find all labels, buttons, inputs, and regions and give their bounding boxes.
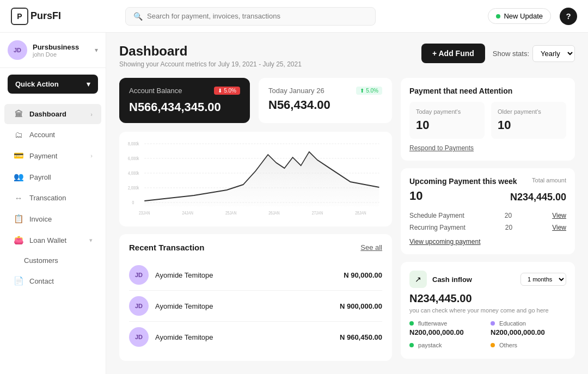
upcoming-count: 10 (409, 189, 422, 203)
svg-text:25JAN: 25JAN (225, 210, 237, 216)
inflow-item-flutterwave: flutterwave N200,000,000.00 (409, 320, 485, 336)
tx-amount: N 960,450.00 (340, 333, 382, 341)
quick-action-button[interactable]: Quick Action ▾ (8, 75, 98, 94)
table-row: JD Ayomide Temitope N 90,000.00 (129, 260, 382, 291)
sidebar-item-invoice[interactable]: 📋 Invoice (4, 209, 101, 229)
right-panel: Payment that need Attention Today paymen… (401, 78, 575, 361)
search-icon: 🔍 (133, 12, 143, 21)
page-title: Dashboard (119, 44, 302, 59)
attention-title: Payment that need Attention (409, 87, 566, 95)
search-bar[interactable]: 🔍 (125, 7, 376, 26)
balance-card-header: Account Balance ⬇ 5.0% (129, 87, 240, 95)
loan-wallet-icon: 👛 (13, 235, 24, 245)
view-schedule-link[interactable]: View (552, 212, 566, 219)
inflow-grid: flutterwave N200,000,000.00 Education N2… (409, 320, 566, 350)
attention-row: Today payment's 10 Older payment's 10 (409, 102, 566, 139)
inflow-item-label: flutterwave (409, 320, 485, 327)
payment-icon: 💳 (13, 151, 24, 161)
sidebar-item-dashboard[interactable]: 🏛 Dashboard › (4, 104, 101, 124)
svg-text:6,000k: 6,000k (128, 156, 139, 161)
inflow-item-education: Education N200,000,000.00 (491, 320, 566, 336)
table-row: JD Ayomide Temitope N 960,450.00 (129, 322, 382, 352)
tx-amount: N 90,000.00 (344, 271, 382, 279)
invoice-icon: 📋 (13, 214, 24, 224)
status-dot (409, 343, 414, 347)
today-card: Today January 26 ⬆ 5.0% N56,434.00 (259, 78, 392, 123)
sidebar-item-loan-wallet[interactable]: 👛 Loan Wallet ▾ (4, 230, 101, 250)
main-layout: JD Pursbusiness john Doe ▾ Quick Action … (0, 33, 588, 374)
today-payments-label: Today payment's (416, 108, 478, 115)
inflow-item-label: paystack (409, 342, 485, 348)
sidebar-item-label: Payroll (29, 173, 93, 181)
recent-tx-header: Recent Transaction See all (129, 243, 382, 252)
new-update-button[interactable]: New Update (488, 8, 551, 24)
balance-badge: ⬇ 5.0% (214, 87, 240, 95)
sidebar-item-payment[interactable]: 💳 Payment › (4, 145, 101, 166)
see-all-link[interactable]: See all (360, 243, 382, 252)
inflow-item-label: Education (491, 320, 566, 327)
sidebar-item-contact[interactable]: 📄 Contact (4, 271, 101, 291)
balance-amount: N566,434,345.00 (129, 100, 240, 114)
transaction-icon: ↔ (13, 193, 24, 203)
svg-text:0: 0 (132, 200, 134, 205)
topnav: P PursFI 🔍 New Update ? (0, 0, 588, 33)
left-col: Account Balance ⬇ 5.0% N566,434,345.00 T… (119, 78, 392, 361)
respond-to-payments-link[interactable]: Respond to Payments (409, 144, 566, 152)
header-actions: + Add Fund Show stats: Yearly (421, 44, 575, 63)
user-info: Pursbusiness john Doe (33, 43, 89, 58)
avatar: JD (129, 327, 149, 347)
sidebar-item-label: Contact (29, 277, 93, 285)
view-recurring-link[interactable]: View (552, 224, 566, 231)
status-dot (409, 321, 414, 326)
sidebar-item-label: Dashboard (29, 110, 85, 118)
schedule-payment-row: Schedule Payment 20 View (409, 210, 566, 222)
sidebar-nav: 🏛 Dashboard › 🗂 Account 💳 Payment › 👥 Pa… (0, 100, 106, 369)
today-badge: ⬆ 5.0% (356, 87, 382, 95)
avatar: JD (129, 265, 149, 285)
month-select[interactable]: 1 months (520, 273, 566, 286)
inflow-item-value: N200,000,000.00 (409, 328, 485, 336)
inflow-header: ↗ Cash inflow 1 months (409, 271, 566, 288)
inflow-desc: you can check where your money come and … (409, 307, 566, 314)
sidebar-item-customers[interactable]: Customers (4, 251, 101, 270)
page-title-block: Dashboard Showing your Account metrics f… (119, 44, 302, 68)
content: Dashboard Showing your Account metrics f… (106, 33, 588, 374)
schedule-value: 20 (505, 212, 512, 219)
cards-row: Account Balance ⬇ 5.0% N566,434,345.00 T… (119, 78, 392, 123)
recurring-label: Recurring Payment (409, 224, 465, 231)
dashboard-icon: 🏛 (13, 109, 24, 119)
chevron-right-icon: › (90, 152, 93, 159)
main-cols: Account Balance ⬇ 5.0% N566,434,345.00 T… (119, 78, 575, 361)
upcoming-header: Upcoming Payment this week Total amount (409, 177, 566, 186)
cash-inflow-icon: ↗ (409, 271, 427, 288)
sidebar-item-transaction[interactable]: ↔ Transcation (4, 188, 101, 208)
chart-container: 8,000k 6,000k 4,000k 2,000k 0 23JAN 24JA… (119, 132, 392, 226)
today-amount: N56,434.00 (268, 98, 382, 112)
upcoming-total-amount: N234,445.00 (510, 192, 566, 203)
tx-amount: N 900,000.00 (340, 302, 382, 310)
view-upcoming-link[interactable]: View upcoming payment (409, 238, 566, 246)
inflow-item-paystack: paystack (409, 342, 485, 350)
svg-text:28JAN: 28JAN (355, 210, 366, 216)
add-fund-button[interactable]: + Add Fund (421, 44, 485, 63)
recent-transactions: Recent Transaction See all JD Ayomide Te… (119, 234, 392, 361)
help-button[interactable]: ? (560, 8, 577, 25)
user-section[interactable]: JD Pursbusiness john Doe ▾ (0, 33, 106, 68)
sidebar-item-payroll[interactable]: 👥 Payroll (4, 167, 101, 187)
sidebar-item-label: Transcation (29, 194, 93, 202)
older-payments-value: 10 (498, 118, 560, 132)
tx-name: Ayomide Temitope (155, 271, 337, 279)
payroll-icon: 👥 (13, 172, 24, 182)
sidebar-item-label: Loan Wallet (29, 236, 84, 244)
total-amount-label: Total amount (532, 177, 566, 183)
chevron-down-icon: ▾ (95, 46, 98, 54)
search-input[interactable] (147, 12, 367, 20)
sidebar-item-account[interactable]: 🗂 Account (4, 125, 101, 145)
inflow-item-others: Others (491, 342, 566, 350)
content-header: Dashboard Showing your Account metrics f… (119, 44, 575, 68)
svg-text:27JAN: 27JAN (312, 210, 323, 216)
stats-period-select[interactable]: Yearly (532, 45, 575, 62)
table-row: JD Ayomide Temitope N 900,000.00 (129, 291, 382, 322)
sidebar: JD Pursbusiness john Doe ▾ Quick Action … (0, 33, 106, 374)
svg-text:4,000k: 4,000k (128, 170, 139, 176)
